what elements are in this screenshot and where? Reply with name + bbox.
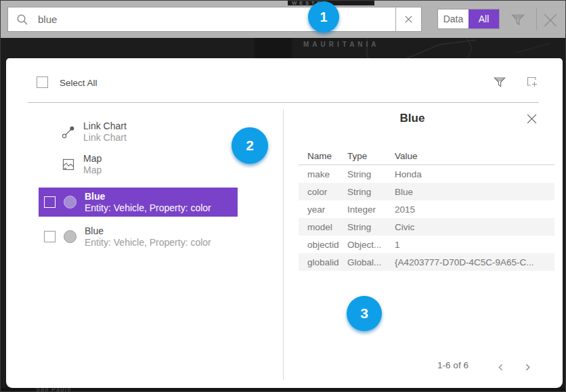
search-icon — [16, 14, 28, 26]
pagination-label: 1-6 of 6 — [412, 360, 494, 370]
callout-1: 1 — [308, 1, 339, 32]
scope-toggle: Data All — [437, 9, 500, 29]
close-x-icon — [542, 12, 559, 28]
map-label-mauritania: MAURITANIA — [303, 41, 380, 48]
cell-value: 2015 — [395, 204, 554, 215]
filter-icon[interactable] — [510, 12, 525, 30]
column-value: Value — [395, 151, 554, 161]
select-all-checkbox[interactable] — [37, 77, 48, 88]
toolbar-divider — [536, 8, 537, 30]
cell-type: String — [347, 169, 395, 179]
column-name: Name — [299, 151, 347, 161]
item-subtitle: Map — [83, 165, 102, 176]
item-title: Link Chart — [83, 121, 127, 132]
column-type: Type — [347, 151, 395, 161]
pagination-next-button[interactable] — [523, 362, 532, 374]
result-item-blue-selected[interactable]: Blue Entity: Vehicle, Property: color — [39, 188, 238, 217]
link-chart-icon — [60, 124, 77, 140]
item-subtitle: Link Chart — [83, 132, 127, 144]
cell-value: Blue — [395, 187, 554, 197]
item-title: Blue — [85, 191, 211, 202]
table-row: color String Blue — [299, 183, 554, 200]
item-checkbox[interactable] — [44, 196, 56, 208]
attribute-table: Name Type Value make String Honda color … — [299, 147, 554, 271]
map-label-bottom: São Paulo — [36, 388, 72, 392]
entity-circle-icon — [64, 230, 77, 243]
item-title: Map — [83, 153, 102, 165]
search-box — [7, 7, 422, 32]
search-results-panel: Select All Link Chart Link Chart Map — [6, 58, 563, 388]
attribute-table-header: Name Type Value — [299, 147, 554, 165]
detail-title: Blue — [284, 112, 541, 125]
results-filter-icon[interactable] — [493, 75, 506, 91]
map-icon — [60, 156, 77, 173]
cell-type: Integer — [347, 204, 395, 215]
entity-circle-icon — [64, 196, 77, 209]
table-row: year Integer 2015 — [299, 200, 554, 218]
cell-name: color — [299, 187, 347, 197]
header-divider — [28, 102, 539, 103]
close-x-icon — [526, 113, 538, 125]
cell-value: Honda — [395, 169, 554, 179]
cell-type: String — [347, 222, 395, 232]
table-row: globalid Global... {A4203777-D70D-4C5C-9… — [299, 253, 554, 271]
pagination-prev-button[interactable] — [496, 362, 505, 374]
list-detail-divider — [283, 109, 284, 380]
search-toolbar: Data All WESTER — [1, 1, 566, 38]
add-to-selection-icon[interactable] — [525, 75, 539, 91]
select-all-label: Select All — [60, 78, 97, 88]
item-subtitle: Entity: Vehicle, Property: color — [85, 202, 211, 214]
close-search-button[interactable] — [542, 12, 559, 31]
cell-name: model — [299, 222, 347, 232]
scope-data-option[interactable]: Data — [438, 9, 469, 28]
cell-value: 1 — [395, 240, 554, 250]
table-row: objectid Object... 1 — [299, 236, 554, 253]
cell-name: globalid — [299, 257, 347, 267]
app-window: Data All WESTER MAURITANIA São Paulo Sel… — [0, 0, 566, 392]
callout-2: 2 — [232, 127, 268, 164]
result-item-blue[interactable]: Blue Entity: Vehicle, Property: color — [39, 222, 238, 251]
map-background: MAURITANIA — [1, 38, 566, 58]
item-checkbox[interactable] — [44, 231, 56, 242]
result-item-map[interactable]: Map Map — [39, 153, 238, 176]
cell-name: make — [299, 169, 347, 179]
cell-name: year — [299, 204, 347, 215]
cell-type: Object... — [347, 240, 395, 250]
cell-type: String — [347, 187, 395, 197]
chevron-left-icon — [496, 363, 505, 372]
result-item-link-chart[interactable]: Link Chart Link Chart — [39, 121, 238, 144]
search-input[interactable] — [28, 13, 395, 26]
item-subtitle: Entity: Vehicle, Property: color — [85, 237, 211, 248]
table-row: model String Civic — [299, 218, 554, 236]
chevron-right-icon — [523, 363, 532, 372]
cell-value: {A4203777-D70D-4C5C-9A65-C... — [395, 257, 554, 267]
scope-all-option[interactable]: All — [469, 9, 499, 28]
cell-type: Global... — [347, 257, 395, 267]
detail-close-button[interactable] — [526, 113, 538, 127]
clear-x-icon — [404, 15, 413, 24]
callout-3: 3 — [347, 296, 382, 331]
table-row: make String Honda — [299, 165, 554, 183]
map-background-bottom: São Paulo — [1, 388, 566, 392]
clear-search-button[interactable] — [395, 7, 421, 31]
cell-name: objectid — [299, 240, 347, 250]
item-title: Blue — [85, 225, 211, 237]
cell-value: Civic — [395, 222, 554, 232]
